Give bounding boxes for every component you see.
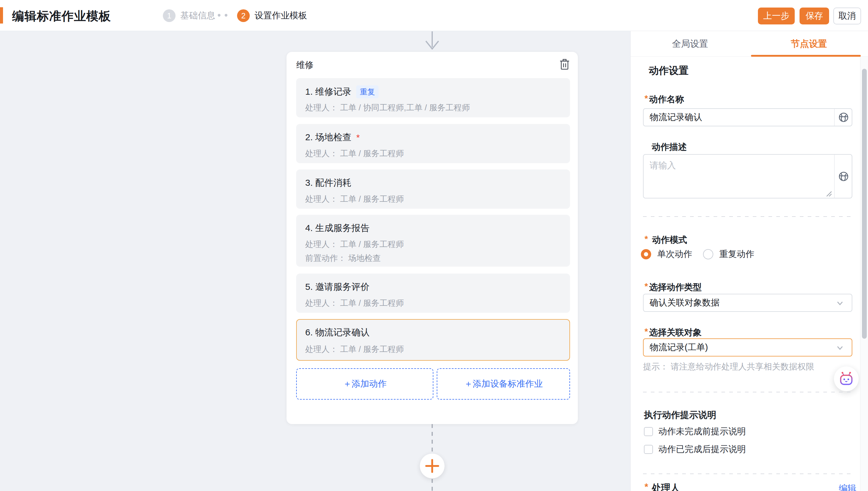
action-node-handler: 处理人： 工单 / 服务工程师 (305, 298, 404, 309)
radio-selected-icon (641, 249, 651, 259)
workflow-canvas: 维修 1. 维修记录 重复 处理人： 工单 / 协同工程师,工单 / 服务工程师… (0, 31, 630, 491)
select-value: 确认关联对象数据 (644, 297, 720, 309)
resize-handle-icon[interactable] (826, 190, 832, 197)
cancel-button[interactable]: 取消 (833, 7, 861, 24)
action-node-3[interactable]: 3. 配件消耗 处理人： 工单 / 服务工程师 (296, 170, 570, 209)
globe-icon (838, 171, 849, 182)
add-action-button[interactable]: ＋添加动作 (296, 368, 433, 400)
robot-icon (838, 371, 855, 387)
required-mark: * (644, 234, 648, 246)
action-node-handler: 处理人： 工单 / 服务工程师 (305, 344, 404, 355)
translate-button[interactable] (835, 155, 852, 198)
checkbox-icon (644, 445, 653, 454)
action-name-label: * 动作名称 (644, 93, 684, 106)
tab-global-settings[interactable]: 全局设置 (631, 31, 750, 56)
action-node-1[interactable]: 1. 维修记录 重复 处理人： 工单 / 协同工程师,工单 / 服务工程师 (296, 78, 570, 117)
globe-icon (838, 112, 849, 123)
step-number-badge: 1 (163, 9, 176, 22)
step-label: 设置作业模板 (255, 10, 307, 22)
required-mark: * (644, 281, 648, 293)
action-desc-label: 动作描述 (652, 141, 687, 153)
previous-step-button[interactable]: 上一步 (758, 7, 795, 24)
required-mark: * (356, 133, 360, 143)
radio-single-action[interactable]: 单次动作 (641, 248, 692, 260)
action-node-handler: 处理人： 工单 / 服务工程师 (305, 239, 404, 250)
arrow-down-icon (423, 31, 441, 51)
required-mark: * (644, 482, 648, 491)
panel-tabbar: 全局设置 节点设置 (631, 31, 868, 57)
panel-scrollbar-thumb[interactable] (862, 69, 867, 339)
dashed-separator (643, 216, 852, 217)
repeat-badge: 重复 (356, 85, 378, 98)
action-mode-label: * 动作模式 (644, 234, 687, 246)
action-node-title: 6. 物流记录确认 (305, 326, 370, 339)
checkbox-icon (644, 427, 653, 436)
handler-label: * 处理人 (644, 482, 680, 491)
section-title-action-settings: 动作设置 (649, 64, 689, 78)
step-label: 基础信息 (180, 10, 215, 22)
delete-group-button[interactable] (558, 58, 571, 71)
title-accent-bar (0, 7, 3, 24)
checkbox-tip-before-complete[interactable]: 动作未完成前提示说明 (644, 426, 746, 438)
action-node-6-selected[interactable]: 6. 物流记录确认 处理人： 工单 / 服务工程师 (296, 319, 570, 361)
action-node-5[interactable]: 5. 邀请服务评价 处理人： 工单 / 服务工程师 (296, 273, 570, 313)
action-type-label: * 选择动作类型 (644, 281, 701, 293)
header: 编辑标准作业模板 1 基础信息 2 设置作业模板 上一步 保存 取消 (0, 0, 868, 31)
action-mode-radio-group: 单次动作 重复动作 (641, 248, 754, 260)
required-mark: * (644, 93, 648, 106)
plus-icon (425, 459, 439, 473)
settings-panel: 全局设置 节点设置 动作设置 * 动作名称 动作描述 (630, 31, 868, 491)
add-node-button[interactable] (420, 454, 444, 478)
action-node-handler: 处理人： 工单 / 服务工程师 (305, 194, 404, 204)
execution-tips-title: 执行动作提示说明 (644, 409, 716, 421)
required-mark: * (644, 327, 648, 339)
tab-node-settings[interactable]: 节点设置 (750, 31, 868, 56)
add-device-standard-job-button[interactable]: ＋添加设备标准作业 (437, 368, 570, 400)
action-node-title: 2. 场地检查 * (305, 131, 360, 144)
action-node-title: 4. 生成服务报告 (305, 222, 370, 234)
action-node-title: 1. 维修记录 重复 (305, 85, 378, 98)
dots-separator-icon (218, 14, 227, 17)
step-number-badge: 2 (237, 9, 250, 22)
action-name-input[interactable] (644, 109, 833, 126)
page-title: 编辑标准作业模板 (12, 8, 111, 24)
action-node-pre-action: 前置动作： 场地检查 (305, 253, 381, 264)
chevron-down-icon (835, 343, 844, 352)
edit-handler-link[interactable]: 编辑 (839, 483, 856, 491)
active-tab-underline (751, 55, 861, 57)
action-node-4[interactable]: 4. 生成服务报告 处理人： 工单 / 服务工程师 前置动作： 场地检查 (296, 215, 570, 267)
radio-unselected-icon (703, 249, 713, 259)
permission-hint: 提示： 请注意给动作处理人共享相关数据权限 (643, 361, 814, 373)
action-node-title: 5. 邀请服务评价 (305, 281, 370, 293)
workflow-group-card: 维修 1. 维修记录 重复 处理人： 工单 / 协同工程师,工单 / 服务工程师… (287, 52, 578, 424)
action-name-field (643, 108, 852, 126)
related-object-select[interactable]: 物流记录(工单) (643, 338, 852, 356)
trash-icon (559, 59, 570, 70)
assistant-robot-button[interactable] (834, 367, 859, 391)
action-desc-field (643, 154, 852, 198)
related-object-label: * 选择关联对象 (644, 327, 701, 339)
save-button[interactable]: 保存 (800, 7, 829, 24)
step-basic-info[interactable]: 1 基础信息 (163, 9, 215, 22)
group-title: 维修 (296, 59, 314, 71)
action-type-select[interactable]: 确认关联对象数据 (643, 294, 852, 312)
dashed-separator (643, 473, 852, 474)
chevron-down-icon (835, 298, 844, 308)
action-node-title: 3. 配件消耗 (305, 177, 351, 189)
action-desc-textarea[interactable] (644, 155, 833, 198)
checkbox-tip-after-complete[interactable]: 动作已完成后提示说明 (644, 443, 746, 455)
action-node-handler: 处理人： 工单 / 服务工程师 (305, 148, 404, 159)
dashed-separator (643, 392, 852, 393)
action-node-2[interactable]: 2. 场地检查 * 处理人： 工单 / 服务工程师 (296, 124, 570, 163)
select-value: 物流记录(工单) (644, 341, 708, 353)
radio-repeat-action[interactable]: 重复动作 (703, 248, 754, 260)
step-set-template[interactable]: 2 设置作业模板 (237, 9, 307, 22)
action-node-handler: 处理人： 工单 / 协同工程师,工单 / 服务工程师 (305, 102, 470, 113)
translate-button[interactable] (835, 109, 852, 126)
